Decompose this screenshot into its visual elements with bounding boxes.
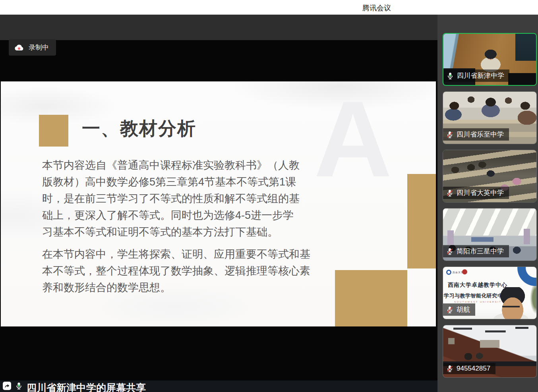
slide-title-accent-square <box>39 115 68 147</box>
participant-name: 胡航 <box>457 305 470 314</box>
app-title: 腾讯会议 <box>362 3 391 13</box>
participant-video-tile[interactable]: 西南大学卓越教学中心学习与教学智能化研究中心SOUTHWEST UNIVERSI… <box>443 266 537 319</box>
participant-name: 简阳市三星中学 <box>457 247 504 256</box>
participant-video-tile[interactable]: 四川省新津中学 <box>443 33 537 86</box>
participant-video-tile[interactable]: 简阳市三星中学 <box>443 208 537 261</box>
mic-on-icon <box>15 382 23 390</box>
window-titlebar: 腾讯会议 <box>0 0 538 15</box>
participant-name-tag: 简阳市三星中学 <box>443 245 509 257</box>
recording-indicator[interactable]: 录制中 <box>9 39 56 56</box>
share-icon[interactable] <box>3 382 11 390</box>
participant-name: 四川省乐至中学 <box>457 130 504 139</box>
presentation-slide: A 一、教材分析 本节内容选自《普通高中课程标准实验教科书》（人教版教材）高中数… <box>1 81 436 326</box>
participant-name-tag: 四川省大英中学 <box>443 187 509 199</box>
participants-sidebar: 四川省新津中学 四川省乐至中学 <box>437 15 538 392</box>
mic-muted-icon <box>446 247 454 255</box>
participant-portrait <box>490 287 532 319</box>
center-logo-icon <box>462 269 467 274</box>
slide-section-title: 一、教材分析 <box>82 116 196 141</box>
participant-name-tag: 945542857 <box>443 363 495 374</box>
participant-name: 四川省新津中学 <box>457 71 504 80</box>
participant-name: 四川省大英中学 <box>457 188 504 197</box>
participant-video-tile[interactable]: 四川省乐至中学 <box>443 91 537 144</box>
slide-paragraph-1: 本节内容选自《普通高中课程标准实验教科书》（人教版教材）高中数学必修5第三章第4… <box>42 157 304 240</box>
presenter-mic-icon[interactable] <box>15 382 23 390</box>
mic-muted-icon <box>446 189 454 197</box>
participant-video-tile[interactable]: 945542857 <box>443 325 537 378</box>
participant-video-tile[interactable]: 四川省大英中学 <box>443 150 537 203</box>
participant-name-tag: 胡航 <box>443 303 475 316</box>
participant-name: 945542857 <box>457 365 490 373</box>
share-arrow-icon <box>4 382 10 389</box>
mic-on-icon <box>446 72 454 80</box>
participants-list[interactable]: 四川省新津中学 四川省乐至中学 <box>437 15 538 378</box>
screen-share-stage: 录制中 A 一、教材分析 本节内容选自《普通高中课程标准实验教科书》（人教版教材… <box>0 15 437 392</box>
cloud-recording-icon <box>14 44 24 52</box>
stage-top-strip <box>0 15 437 40</box>
recording-label: 录制中 <box>29 43 49 52</box>
participant-name-tag: 四川省乐至中学 <box>443 128 509 141</box>
university-logo-icon <box>446 270 451 275</box>
app-window: 腾讯会议 录制中 A 一、教材分析 本节内容选自《普通高中课程标准实验教科书》（… <box>0 0 538 392</box>
share-status-label: 四川省新津中学的屏幕共享 <box>27 382 146 392</box>
participant-name-tag: 四川省新津中学 <box>443 70 509 82</box>
slide-watermark-letter: A <box>314 93 392 185</box>
mic-muted-icon <box>446 131 454 139</box>
slide-deco-vertical-bar <box>407 174 436 268</box>
slide-deco-block <box>335 270 407 326</box>
mic-muted-icon <box>446 306 454 314</box>
mic-muted-icon <box>446 365 454 373</box>
share-status-bar: 四川省新津中学的屏幕共享 <box>0 380 437 392</box>
slide-paragraph-2: 在本节内容中，学生将探索、证明、应用重要不等式和基本不等式，整个过程体现了数学抽… <box>42 246 320 296</box>
